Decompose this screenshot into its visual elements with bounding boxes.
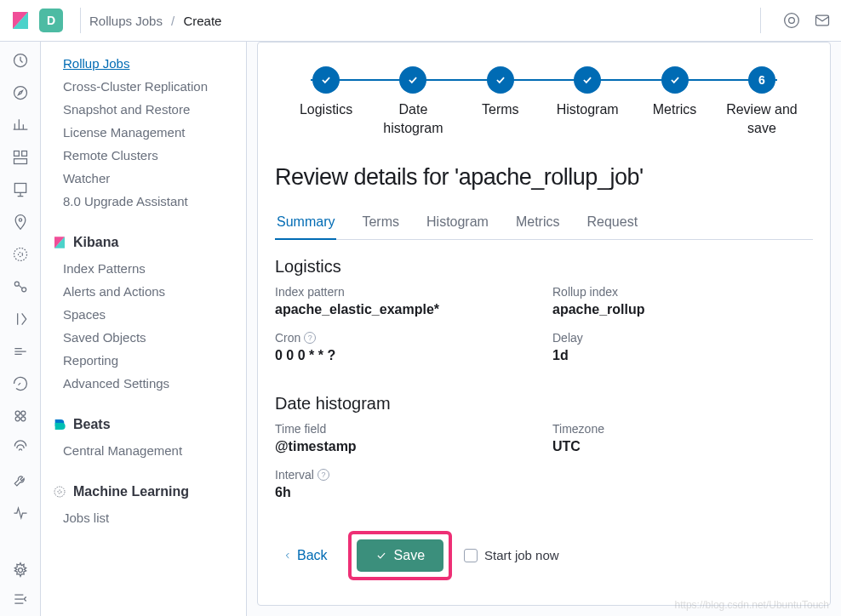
nav-management-icon[interactable] — [12, 562, 29, 579]
sidebar-item-jobs-list[interactable]: Jobs list — [53, 506, 236, 529]
svg-point-13 — [21, 288, 26, 292]
step-terms[interactable]: Terms — [458, 66, 543, 119]
save-button-highlight: Save — [348, 531, 452, 580]
svg-rect-2 — [816, 15, 829, 26]
sidebar-item-license[interactable]: License Management — [53, 121, 236, 144]
nav-siem-icon[interactable] — [12, 408, 29, 425]
nav-discover-icon[interactable] — [12, 84, 29, 101]
field-interval: Interval? 6h — [275, 468, 535, 500]
step-review-save[interactable]: 6 Review and save — [719, 66, 804, 139]
field-value: UTC — [552, 439, 813, 454]
sidebar-item-snapshot-restore[interactable]: Snapshot and Restore — [53, 98, 236, 121]
step-logistics[interactable]: Logistics — [283, 66, 369, 119]
nav-dashboard-icon[interactable] — [12, 149, 29, 166]
field-value: @timestamp — [275, 439, 535, 454]
nav-canvas-icon[interactable] — [12, 181, 29, 198]
sidebar-section-kibana: Kibana — [53, 235, 236, 250]
svg-point-16 — [15, 417, 20, 421]
start-job-checkbox-row[interactable]: Start job now — [464, 548, 559, 562]
start-job-checkbox[interactable] — [464, 549, 478, 562]
field-value: 1d — [552, 348, 813, 363]
tab-histogram[interactable]: Histogram — [425, 206, 490, 239]
tab-request[interactable]: Request — [585, 206, 639, 239]
newsfeed-icon[interactable] — [814, 12, 831, 29]
kibana-icon — [53, 236, 66, 249]
field-label: Interval? — [275, 468, 535, 482]
sidebar-item-advanced-settings[interactable]: Advanced Settings — [53, 372, 236, 395]
svg-point-10 — [14, 248, 26, 261]
nav-visualize-icon[interactable] — [12, 117, 29, 134]
field-cron: Cron? 0 0 0 * * ? — [275, 331, 535, 363]
nav-devtools-icon[interactable] — [12, 472, 29, 489]
sidebar-item-watcher[interactable]: Watcher — [53, 167, 236, 190]
svg-point-19 — [54, 487, 65, 497]
section-dh-title: Date histogram — [275, 394, 813, 414]
nav-ml-icon[interactable] — [12, 246, 29, 263]
sidebar-item-remote-clusters[interactable]: Remote Clusters — [53, 144, 236, 167]
field-value: 6h — [275, 485, 535, 500]
field-timezone: Timezone UTC — [552, 422, 813, 454]
management-sidebar: Rollup Jobs Cross-Cluster Replication Sn… — [41, 42, 247, 616]
step-circle-done — [399, 66, 426, 94]
breadcrumb-parent[interactable]: Rollups Jobs — [89, 14, 163, 28]
sidebar-item-rollup-jobs[interactable]: Rollup Jobs — [53, 52, 236, 75]
nav-monitoring-icon[interactable] — [12, 505, 29, 522]
svg-point-12 — [14, 282, 19, 286]
wizard-footer: Back Save Start job now — [275, 531, 813, 580]
section-logistics-title: Logistics — [275, 257, 813, 277]
step-circle-done — [487, 66, 514, 94]
sidebar-section-beats: Beats — [53, 417, 236, 432]
nav-metrics-icon[interactable] — [12, 278, 29, 295]
help-icon[interactable]: ? — [318, 469, 329, 481]
nav-collapse-icon[interactable] — [12, 590, 29, 607]
space-selector[interactable]: D — [39, 9, 63, 32]
nav-logs-icon[interactable] — [12, 311, 29, 328]
sidebar-item-spaces[interactable]: Spaces — [53, 303, 236, 326]
field-rollup-index: Rollup index apache_rollup — [552, 285, 813, 317]
step-date-histogram[interactable]: Date histogram — [370, 66, 455, 139]
field-label: Delay — [552, 331, 813, 345]
help-icon[interactable] — [783, 12, 800, 29]
step-label: Metrics — [653, 100, 697, 119]
sidebar-item-ccr[interactable]: Cross-Cluster Replication — [53, 75, 236, 98]
nav-uptime-icon[interactable] — [12, 375, 29, 392]
tab-terms[interactable]: Terms — [360, 206, 401, 239]
nav-apm-icon[interactable] — [12, 343, 29, 360]
step-histogram[interactable]: Histogram — [545, 66, 630, 119]
field-index-pattern: Index pattern apache_elastic_example* — [275, 285, 535, 317]
nav-maps-icon[interactable] — [12, 214, 29, 231]
check-icon — [375, 550, 387, 562]
sidebar-item-upgrade-assistant[interactable]: 8.0 Upgrade Assistant — [53, 190, 236, 213]
header-divider — [80, 8, 81, 33]
ml-icon — [53, 485, 66, 499]
sidebar-item-alerts-actions[interactable]: Alerts and Actions — [53, 280, 236, 303]
back-button[interactable]: Back — [275, 541, 336, 570]
field-label: Timezone — [552, 422, 813, 436]
svg-point-0 — [785, 14, 799, 28]
sidebar-section-ml-label: Machine Learning — [73, 484, 189, 499]
tab-summary[interactable]: Summary — [275, 206, 336, 240]
help-icon[interactable]: ? — [304, 332, 316, 344]
sidebar-item-reporting[interactable]: Reporting — [53, 349, 236, 372]
save-button-label: Save — [394, 548, 425, 563]
main-content: Logistics Date histogram Terms Histogram… — [247, 42, 841, 616]
field-label: Time field — [275, 422, 535, 436]
nav-endpoint-icon[interactable] — [12, 440, 29, 457]
sidebar-item-central-management[interactable]: Central Management — [53, 439, 236, 462]
step-label: Histogram — [557, 100, 619, 119]
global-nav — [0, 42, 41, 616]
sidebar-item-saved-objects[interactable]: Saved Objects — [53, 326, 236, 349]
breadcrumb-current: Create — [183, 14, 221, 28]
space-letter: D — [47, 14, 55, 27]
save-button[interactable]: Save — [357, 539, 443, 572]
svg-point-15 — [20, 411, 25, 415]
field-label: Rollup index — [552, 285, 813, 299]
step-metrics[interactable]: Metrics — [632, 66, 718, 119]
sidebar-item-index-patterns[interactable]: Index Patterns — [53, 257, 236, 280]
sidebar-section-kibana-label: Kibana — [73, 235, 118, 250]
tab-metrics[interactable]: Metrics — [514, 206, 562, 239]
review-tabs: Summary Terms Histogram Metrics Request — [275, 206, 813, 240]
nav-recently-viewed-icon[interactable] — [12, 52, 29, 69]
start-job-label: Start job now — [484, 548, 559, 562]
wizard-steps: Logistics Date histogram Terms Histogram… — [283, 66, 804, 139]
